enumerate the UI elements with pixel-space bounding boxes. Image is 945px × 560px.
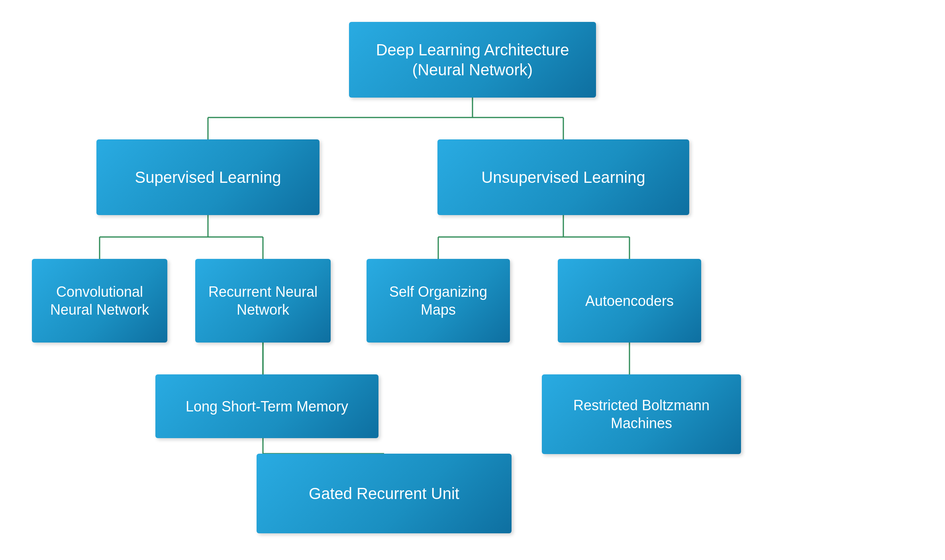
- node-root: Deep Learning Architecture (Neural Netwo…: [349, 22, 596, 98]
- node-som: Self Organizing Maps: [367, 259, 510, 343]
- node-cnn: Convolutional Neural Network: [32, 259, 167, 343]
- node-rbm-label: Restricted Boltzmann Machines: [553, 396, 730, 432]
- node-root-label: Deep Learning Architecture (Neural Netwo…: [360, 40, 585, 80]
- diagram-container: Deep Learning Architecture (Neural Netwo…: [0, 0, 945, 560]
- node-gru-label: Gated Recurrent Unit: [309, 484, 459, 503]
- node-supervised: Supervised Learning: [96, 139, 320, 215]
- node-lstm: Long Short-Term Memory: [155, 374, 378, 438]
- node-som-label: Self Organizing Maps: [378, 283, 499, 319]
- node-ae: Autoencoders: [558, 259, 701, 343]
- node-rbm: Restricted Boltzmann Machines: [542, 374, 741, 454]
- node-lstm-label: Long Short-Term Memory: [186, 397, 348, 415]
- node-rnn-label: Recurrent Neural Network: [206, 283, 320, 319]
- node-unsupervised-label: Unsupervised Learning: [481, 167, 645, 187]
- node-rnn: Recurrent Neural Network: [195, 259, 331, 343]
- node-ae-label: Autoencoders: [585, 292, 674, 310]
- node-supervised-label: Supervised Learning: [135, 167, 281, 187]
- node-gru: Gated Recurrent Unit: [257, 454, 512, 533]
- node-unsupervised: Unsupervised Learning: [437, 139, 689, 215]
- node-cnn-label: Convolutional Neural Network: [43, 283, 156, 319]
